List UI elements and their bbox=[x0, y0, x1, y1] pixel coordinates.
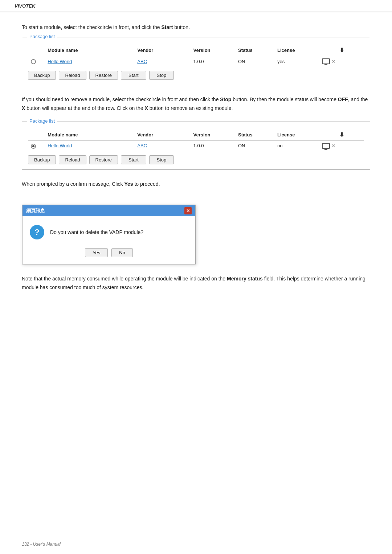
radio-button-1[interactable] bbox=[31, 59, 36, 64]
dialog-question-icon: ? bbox=[30, 225, 44, 239]
dialog-titlebar: 網頁訊息 ✕ bbox=[23, 205, 195, 216]
desc1-bold1: Stop bbox=[220, 97, 231, 102]
desc-paragraph-1: If you should need to remove a module, s… bbox=[22, 95, 370, 113]
row1-version: 1.0.0 bbox=[191, 56, 235, 67]
footer-text: 132 - User's Manual bbox=[22, 542, 61, 547]
dialog-container: 網頁訊息 ✕ ? Do you want to delete the VADP … bbox=[22, 205, 196, 264]
col2-header-vendor: Vendor bbox=[134, 129, 190, 141]
start-button-2[interactable]: Start bbox=[121, 155, 146, 164]
desc-paragraph-2: When prompted by a confirm message, Clic… bbox=[22, 180, 370, 189]
col-header-status: Status bbox=[235, 45, 274, 56]
row1-vendor: ABC bbox=[134, 56, 190, 67]
toolbar-2: Backup Reload Restore Start Stop bbox=[28, 155, 364, 164]
dialog-buttons: Yes No bbox=[30, 248, 188, 257]
col-header-vendor: Vendor bbox=[134, 45, 190, 56]
desc2-text-before: When prompted by a confirm message, Clic… bbox=[22, 181, 124, 187]
desc1-text-before-bold1: If you should need to remove a module, s… bbox=[22, 97, 220, 102]
package-table-2: Module name Vendor Version Status Licens… bbox=[28, 129, 364, 151]
row1-actions: ✕ bbox=[319, 56, 364, 67]
intro-paragraph-1: To start a module, select the checkcircl… bbox=[22, 23, 370, 31]
col2-header-status: Status bbox=[235, 129, 274, 141]
desc1-bold4: X bbox=[145, 105, 148, 111]
row2-check[interactable] bbox=[28, 140, 45, 151]
vendor-link-2[interactable]: ABC bbox=[137, 143, 147, 148]
download-icon[interactable]: ⬇ bbox=[339, 47, 344, 54]
note-paragraph: Note that the actual memory consumed whi… bbox=[22, 275, 370, 292]
hello-world-link-1[interactable]: Hello World bbox=[48, 59, 72, 64]
row1-status: ON bbox=[235, 56, 274, 67]
row1-module-name: Hello World bbox=[45, 56, 134, 67]
backup-button-2[interactable]: Backup bbox=[28, 155, 56, 164]
reload-button-1[interactable]: Reload bbox=[59, 71, 86, 80]
stop-button-1[interactable]: Stop bbox=[149, 71, 174, 80]
remove-icon-1[interactable]: ✕ bbox=[331, 58, 336, 64]
table-row: Hello World ABC 1.0.0 ON yes ✕ bbox=[28, 56, 364, 67]
reload-button-2[interactable]: Reload bbox=[59, 155, 86, 164]
header: VIVOTEK bbox=[0, 0, 392, 12]
toolbar-1: Backup Reload Restore Start Stop bbox=[28, 71, 364, 80]
col-header-check bbox=[28, 45, 45, 56]
dialog-no-button[interactable]: No bbox=[111, 248, 133, 257]
row2-actions: ✕ bbox=[319, 140, 364, 151]
remove-icon-2[interactable]: ✕ bbox=[331, 143, 336, 149]
row2-module-name: Hello World bbox=[45, 140, 134, 151]
desc1-text-after-bold2: , and the bbox=[348, 97, 368, 102]
desc1-text-after-bold3: button will appear at the end of the row… bbox=[25, 105, 144, 111]
package-list-1-title: Package list bbox=[27, 34, 57, 39]
backup-button-1[interactable]: Backup bbox=[28, 71, 56, 80]
col-header-license: License bbox=[274, 45, 319, 56]
restore-button-1[interactable]: Restore bbox=[89, 71, 118, 80]
note-text-before: Note that the actual memory consumed whi… bbox=[22, 276, 227, 282]
col-header-actions: ⬇ bbox=[319, 45, 364, 56]
row2-license: no bbox=[274, 140, 319, 151]
col-header-module-name: Module name bbox=[45, 45, 134, 56]
package-table-1: Module name Vendor Version Status Licens… bbox=[28, 45, 364, 66]
stop-button-2[interactable]: Stop bbox=[149, 155, 174, 164]
desc1-text-after-bold1: button. By then the module status will b… bbox=[231, 97, 338, 102]
desc1-bold3: X bbox=[22, 105, 25, 111]
dialog-box: 網頁訊息 ✕ ? Do you want to delete the VADP … bbox=[22, 205, 196, 264]
col2-header-check bbox=[28, 129, 45, 141]
row2-status: ON bbox=[235, 140, 274, 151]
action-icons-2: ✕ bbox=[322, 143, 361, 149]
row2-vendor: ABC bbox=[134, 140, 190, 151]
dialog-yes-button[interactable]: Yes bbox=[85, 248, 108, 257]
col2-header-actions: ⬇ bbox=[319, 129, 364, 141]
desc2-bold: Yes bbox=[124, 181, 133, 187]
col2-header-version: Version bbox=[191, 129, 235, 141]
dialog-close-button[interactable]: ✕ bbox=[184, 207, 192, 214]
dialog-body: ? Do you want to delete the VADP module?… bbox=[23, 216, 195, 264]
dialog-message: Do you want to delete the VADP module? bbox=[50, 229, 143, 235]
dialog-title: 網頁訊息 bbox=[26, 208, 45, 214]
col-header-version: Version bbox=[191, 45, 235, 56]
package-list-1: Package list Module name Vendor Version … bbox=[22, 37, 370, 85]
package-list-2: Package list Module name Vendor Version … bbox=[22, 122, 370, 170]
desc1-bold2: OFF bbox=[338, 97, 348, 102]
dialog-content-row: ? Do you want to delete the VADP module? bbox=[30, 225, 188, 239]
intro1-text-before: To start a module, select the checkcircl… bbox=[22, 24, 161, 30]
row1-check[interactable] bbox=[28, 56, 45, 67]
radio-button-2[interactable] bbox=[31, 144, 36, 149]
action-icons-1: ✕ bbox=[322, 58, 361, 64]
intro1-text-after: button. bbox=[173, 24, 190, 30]
brand-label: VIVOTEK bbox=[15, 3, 35, 9]
monitor-icon-2[interactable] bbox=[322, 143, 330, 149]
row2-version: 1.0.0 bbox=[191, 140, 235, 151]
monitor-icon-1[interactable] bbox=[322, 58, 330, 64]
main-content: To start a module, select the checkcircl… bbox=[0, 12, 392, 303]
download-icon-2[interactable]: ⬇ bbox=[339, 131, 344, 138]
vendor-link-1[interactable]: ABC bbox=[137, 59, 147, 64]
col2-header-license: License bbox=[274, 129, 319, 141]
col2-header-module-name: Module name bbox=[45, 129, 134, 141]
hello-world-link-2[interactable]: Hello World bbox=[48, 143, 72, 148]
footer: 132 - User's Manual bbox=[22, 542, 61, 547]
row1-license: yes bbox=[274, 56, 319, 67]
note-bold: Memory status bbox=[227, 276, 263, 282]
start-button-1[interactable]: Start bbox=[121, 71, 146, 80]
desc1-text-after-bold4: button to remove an existing module. bbox=[148, 105, 233, 111]
package-list-2-title: Package list bbox=[27, 118, 57, 124]
desc2-text-after: to proceed. bbox=[133, 181, 160, 187]
intro1-bold: Start bbox=[161, 24, 173, 30]
table-row-2: Hello World ABC 1.0.0 ON no ✕ bbox=[28, 140, 364, 151]
restore-button-2[interactable]: Restore bbox=[89, 155, 118, 164]
